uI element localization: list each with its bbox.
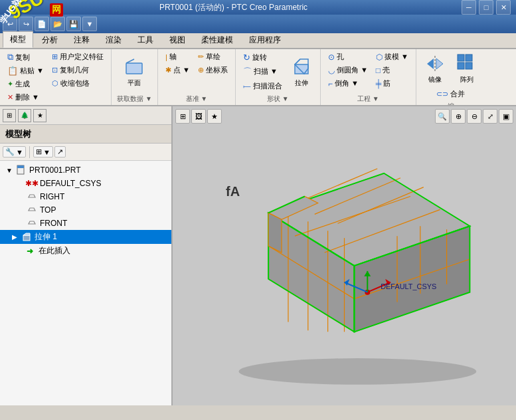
titlebar: PRT0001 (活动的) - PTC Creo Parametric ─ □ … [0,0,516,15]
open-button[interactable]: 📂 [50,17,65,31]
btn-sketch[interactable]: ✏ 草绘 [195,51,231,63]
tree-label-top: TOP [40,205,56,215]
panel-star-icon[interactable]: ★ [33,109,46,122]
svg-rect-10 [466,54,472,61]
model-tree-title: 模型树 [5,128,31,140]
redo-button[interactable]: ↪ [19,17,33,31]
tab-annotation[interactable]: 注释 [66,32,97,48]
top-icon [27,205,37,215]
svg-marker-44 [268,213,282,253]
btn-sweep[interactable]: ⌒ 扫描 ▼ [240,64,286,79]
tab-model[interactable]: 模型 [3,31,33,48]
tree-item-front[interactable]: FRONT [0,217,171,230]
tree-filter-btn[interactable]: ⊞▼ [33,146,53,158]
maximize-button[interactable]: □ [479,0,493,15]
fa-label: fA [226,184,240,199]
right-icon [27,191,37,202]
btn-shrink[interactable]: ⬡ 收缩包络 [48,77,107,90]
panel-grid-icon[interactable]: ⊞ [3,109,16,122]
tab-apps[interactable]: 应用程序 [242,32,288,48]
group-label-shape: 形状 ▼ [267,94,289,104]
btn-generate[interactable]: ✦ 生成 [4,78,47,90]
nav-pin-btn[interactable]: ★ [207,109,222,124]
save-button[interactable]: 💾 [66,17,81,31]
vp-orient[interactable]: ▣ [499,109,513,124]
tree-search-btn[interactable]: ↗ [54,146,66,158]
csys-icon: ✱✱ [27,178,37,189]
nav-grid-btn[interactable]: ⊞ [175,109,190,124]
front-icon [27,218,37,229]
btn-extrude[interactable]: 拉伸 [287,54,316,90]
tab-analysis[interactable]: 分析 [35,32,65,48]
qa-dropdown[interactable]: ▼ [82,17,97,31]
title-text: PRT0001 (活动的) - PTC Creo Parametric [5,2,462,13]
tree-item-right[interactable]: RIGHT [0,190,171,203]
tree-expand-top [16,206,24,214]
btn-hole[interactable]: ⊙ 孔 [325,51,371,63]
btn-copy-geom[interactable]: ⊡ 复制几何 [48,64,107,76]
btn-blend[interactable]: ⟝ 扫描混合 [240,80,286,93]
panel-tree-icon[interactable]: 🌲 [18,109,31,122]
undo-button[interactable]: ↩ [3,17,17,31]
tree-item-prt[interactable]: ▼ PRT0001.PRT [0,163,171,177]
panel-toolbar: ⊞ 🌲 ★ [0,106,171,125]
minimize-button[interactable]: ─ [462,0,476,15]
model-tree-header: 模型树 [0,125,171,144]
vp-zoom-in[interactable]: ⊕ [451,109,466,124]
tree-label-prt: PRT0001.PRT [29,165,81,175]
vp-zoom-out[interactable]: ⊖ [467,109,481,124]
tree-expand-extrude1[interactable]: ▶ [11,233,19,241]
tree-label-insert: 在此插入 [39,245,70,257]
nav-prev-btn[interactable]: 🖼 [191,109,206,124]
tab-tools[interactable]: 工具 [130,32,161,48]
btn-pattern[interactable]: 阵列 [452,51,481,87]
tree-item-top[interactable]: TOP [0,203,171,217]
svg-rect-11 [458,62,464,69]
btn-round[interactable]: ◡ 倒圆角 ▼ [325,64,371,76]
svg-rect-14 [17,165,24,168]
tree-label-csys: DEFAULT_CSYS [40,179,101,188]
ribbon-content: ⧉ 复制 📋 粘贴 ▼ ✦ 生成 ✕ 删除 ▼ ⊞ [0,49,516,106]
main-content: ⊞ 🌲 ★ 模型树 🔧▼ ⊞▼ ↗ ▼ [0,106,516,405]
btn-chamfer[interactable]: ⌐ 倒角 ▼ [325,77,371,90]
tree-expand-right [16,193,24,201]
btn-draft[interactable]: ⬡ 拔模 ▼ [373,51,412,63]
group-label-edit: 编 [448,102,454,106]
btn-point[interactable]: ✱ 点 ▼ [162,64,193,76]
btn-axis[interactable]: | 轴 [162,51,193,63]
btn-copy[interactable]: ⧉ 复制 [4,51,47,64]
vp-pan[interactable]: ⤢ [483,109,497,124]
btn-mirror[interactable]: 镜像 [420,51,450,87]
btn-rib[interactable]: ╪ 筋 [373,77,412,90]
btn-paste[interactable]: 📋 粘贴 ▼ [4,64,47,77]
tree-item-csys[interactable]: ✱✱ DEFAULT_CSYS [0,177,171,190]
tab-render[interactable]: 渲染 [98,32,129,48]
new-button[interactable]: 📄 [35,17,49,31]
svg-point-21 [238,358,476,385]
group-getdata: 平面 获取数据 ▼ [112,49,158,105]
svg-marker-16 [29,208,35,211]
svg-marker-17 [29,221,35,224]
btn-shell[interactable]: □ 壳 [373,64,412,76]
tree-expand-insert [16,247,24,255]
tree-expand-front [16,219,24,227]
tab-flexible[interactable]: 柔性建模 [194,32,240,48]
insert-arrow: ➜ [27,247,33,256]
close-button[interactable]: ✕ [496,0,511,15]
btn-user-feature[interactable]: ⊞ 用户定义特征 [48,51,107,63]
tree-item-insert[interactable]: ➜ 在此插入 [0,244,171,258]
tree-settings-btn[interactable]: 🔧▼ [3,146,26,158]
tree-expand-prt[interactable]: ▼ [5,166,13,174]
tree-item-extrude1[interactable]: ▶ 拉伸 1 [0,230,171,244]
svg-line-1 [126,59,134,63]
viewport: ⊞ 🖼 ★ 🔍 ⊕ ⊖ ⤢ ▣ [173,106,516,405]
tab-view[interactable]: 视图 [162,32,193,48]
btn-delete[interactable]: ✕ 删除 ▼ [4,91,47,104]
btn-csys[interactable]: ⊕ 坐标系 [195,64,231,76]
model-3d: DEFAULT_CSYS [173,106,516,405]
btn-revolve[interactable]: ↻ 旋转 [240,51,286,64]
group-label-datum: 基准 ▼ [186,94,208,104]
btn-plane[interactable]: 平面 [120,54,149,90]
vp-zoom-fit[interactable]: 🔍 [435,109,450,124]
btn-merge[interactable]: ⊂⊃ 合并 [433,88,468,100]
